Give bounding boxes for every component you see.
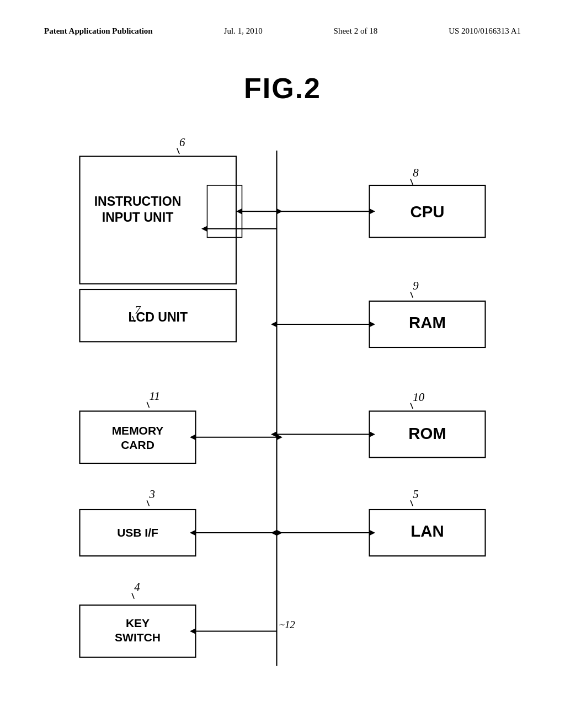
date-label: Jul. 1, 2010 xyxy=(224,26,263,36)
svg-line-17 xyxy=(147,402,149,408)
svg-line-32 xyxy=(132,593,134,599)
svg-marker-44 xyxy=(370,208,376,215)
svg-marker-51 xyxy=(370,322,376,328)
svg-text:INPUT UNIT: INPUT UNIT xyxy=(102,210,174,224)
svg-text:MEMORY: MEMORY xyxy=(112,424,164,437)
sheet-label: Sheet 2 of 18 xyxy=(334,26,378,36)
svg-text:USB I/F: USB I/F xyxy=(117,526,158,539)
svg-line-25 xyxy=(147,500,149,506)
svg-marker-23 xyxy=(277,435,283,441)
block-diagram: 6 INSTRUCTION INPUT UNIT 7 LCD UNIT 11 M… xyxy=(33,116,532,695)
svg-marker-11 xyxy=(201,226,207,232)
svg-text:8: 8 xyxy=(413,166,419,179)
svg-text:11: 11 xyxy=(150,389,160,403)
svg-line-40 xyxy=(411,179,413,185)
publication-label: Patent Application Publication xyxy=(44,26,153,36)
figure-title: FIG.2 xyxy=(0,72,565,105)
svg-line-60 xyxy=(411,500,413,506)
svg-marker-22 xyxy=(190,435,196,441)
svg-text:4: 4 xyxy=(134,580,140,593)
svg-text:LCD UNIT: LCD UNIT xyxy=(128,310,188,324)
svg-text:5: 5 xyxy=(413,488,419,501)
svg-line-46 xyxy=(411,292,413,298)
svg-marker-58 xyxy=(370,431,376,437)
svg-text:10: 10 xyxy=(413,390,425,404)
svg-marker-37 xyxy=(190,628,196,634)
svg-text:KEY: KEY xyxy=(126,617,150,629)
svg-marker-9 xyxy=(236,208,242,215)
svg-text:INSTRUCTION: INSTRUCTION xyxy=(94,194,182,208)
svg-marker-50 xyxy=(271,322,277,328)
page-header: Patent Application Publication Jul. 1, 2… xyxy=(0,26,565,36)
svg-marker-29 xyxy=(190,530,196,536)
svg-marker-64 xyxy=(271,530,277,536)
svg-text:~12: ~12 xyxy=(279,619,296,630)
svg-text:ROM: ROM xyxy=(408,424,446,442)
svg-rect-18 xyxy=(80,411,196,464)
svg-text:3: 3 xyxy=(149,488,156,501)
svg-text:RAM: RAM xyxy=(409,313,446,331)
svg-text:CPU: CPU xyxy=(410,202,444,221)
patent-number: US 2010/0166313 A1 xyxy=(449,26,521,36)
svg-marker-57 xyxy=(271,431,277,437)
svg-text:SWITCH: SWITCH xyxy=(115,631,161,644)
svg-text:9: 9 xyxy=(413,279,419,292)
svg-text:LAN: LAN xyxy=(411,522,444,540)
svg-line-2 xyxy=(177,148,179,154)
svg-line-53 xyxy=(411,403,413,409)
svg-text:CARD: CARD xyxy=(121,438,154,451)
svg-text:6: 6 xyxy=(179,136,185,149)
diagram-svg: 6 INSTRUCTION INPUT UNIT 7 LCD UNIT 11 M… xyxy=(33,116,532,695)
svg-marker-65 xyxy=(370,530,376,536)
